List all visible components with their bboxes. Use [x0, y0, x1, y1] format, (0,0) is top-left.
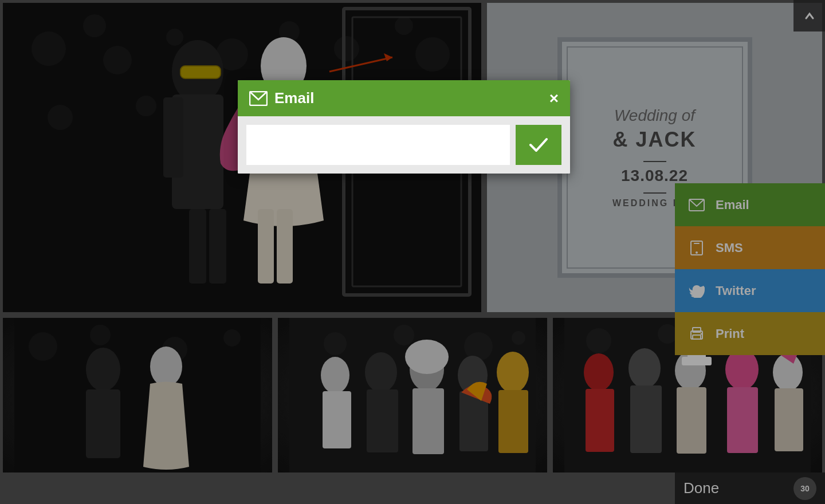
checkmark-icon: [528, 137, 549, 153]
email-input-field[interactable]: [246, 125, 510, 165]
email-submit-button[interactable]: [516, 125, 561, 165]
modal-title-area: Email: [249, 89, 314, 107]
modal-close-button[interactable]: ×: [549, 90, 559, 107]
modal-title-text: Email: [274, 89, 314, 107]
modal-body: [238, 116, 570, 174]
modal-email-icon: [249, 91, 268, 106]
modal-backdrop: [0, 0, 825, 504]
modal-header: Email ×: [238, 80, 570, 116]
email-modal: Email ×: [238, 80, 570, 174]
